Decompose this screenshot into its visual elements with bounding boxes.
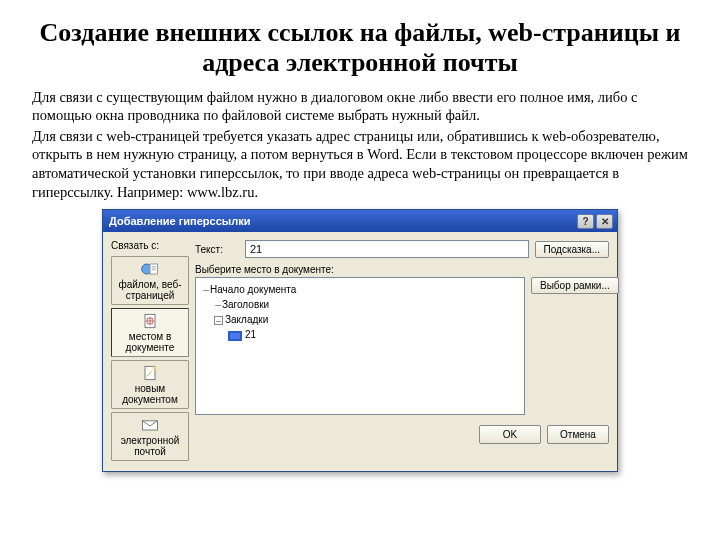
tree-node-headings[interactable]: –Заголовки	[202, 297, 518, 312]
linkto-email-label: электронной почтой	[114, 436, 186, 457]
linkto-place-in-doc-label: местом в документе	[114, 332, 186, 353]
help-button[interactable]: ?	[577, 214, 594, 229]
document-location-tree[interactable]: –Начало документа –Заголовки –Закладки	[195, 277, 525, 415]
dialog-title: Добавление гиперссылки	[109, 215, 250, 227]
linkto-new-doc-label: новым документом	[114, 384, 186, 405]
tree-node-bookmark-21[interactable]: 21	[202, 327, 518, 342]
linkto-file-web-button[interactable]: файлом, веб-страницей	[111, 256, 189, 305]
new-doc-icon	[140, 364, 160, 382]
dialog-titlebar[interactable]: Добавление гиперссылки ? ✕	[103, 210, 617, 232]
text-field-label: Текст:	[195, 244, 239, 255]
page-title: Создание внешних ссылок на файлы, web-ст…	[32, 18, 688, 78]
intro-paragraph-1: Для связи с существующим файлом нужно в …	[32, 88, 688, 125]
target-frame-button[interactable]: Выбор рамки...	[531, 277, 619, 294]
ok-button[interactable]: OK	[479, 425, 541, 444]
close-button[interactable]: ✕	[596, 214, 613, 229]
cancel-button[interactable]: Отмена	[547, 425, 609, 444]
insert-hyperlink-dialog: Добавление гиперссылки ? ✕ Связать с: фа…	[102, 209, 618, 472]
linkto-label: Связать с:	[111, 240, 189, 251]
display-text-input[interactable]	[245, 240, 529, 258]
svg-rect-8	[230, 333, 240, 339]
svg-rect-1	[150, 264, 158, 274]
linkto-new-doc-button[interactable]: новым документом	[111, 360, 189, 409]
tree-node-bookmarks[interactable]: –Закладки	[202, 312, 518, 327]
linkto-email-button[interactable]: электронной почтой	[111, 412, 189, 461]
intro-paragraph-2: Для связи с web-страницей требуется указ…	[32, 127, 688, 201]
bookmark-flag-icon	[228, 330, 242, 340]
tooltip-button[interactable]: Подсказка...	[535, 241, 609, 258]
linkto-place-in-doc-button[interactable]: местом в документе	[111, 308, 189, 357]
place-in-doc-icon	[140, 312, 160, 330]
linkto-file-web-label: файлом, веб-страницей	[114, 280, 186, 301]
email-icon	[140, 416, 160, 434]
tree-node-top[interactable]: –Начало документа	[202, 282, 518, 297]
svg-point-5	[153, 366, 156, 369]
globe-file-icon	[140, 260, 160, 278]
tree-label: Выберите место в документе:	[195, 264, 609, 275]
